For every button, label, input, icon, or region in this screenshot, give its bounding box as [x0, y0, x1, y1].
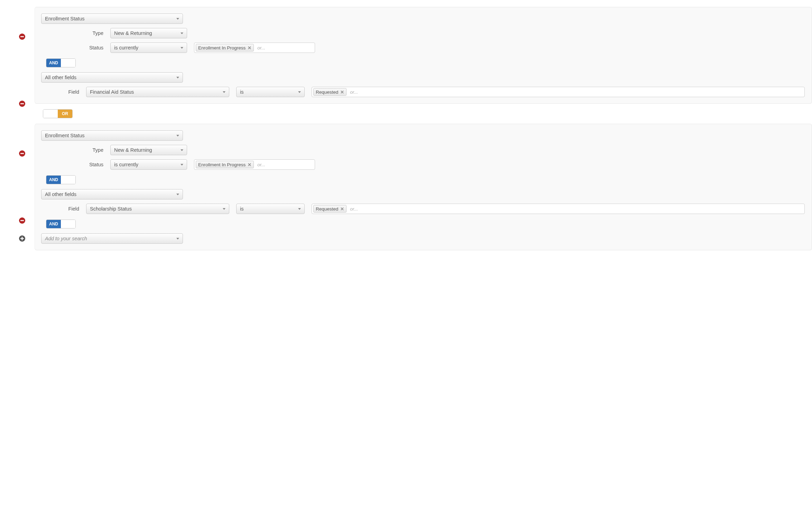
- svg-rect-11: [22, 237, 23, 240]
- tag-placeholder: or...: [256, 45, 265, 50]
- status-tag[interactable]: Enrollment In Progress ✕: [196, 161, 254, 168]
- and-or-toggle[interactable]: AND: [46, 220, 76, 228]
- field-select[interactable]: Financial Aid Status: [86, 87, 229, 97]
- value-input[interactable]: Requested ✕ or...: [312, 87, 805, 97]
- toggle-and-label: AND: [46, 220, 61, 228]
- type-label: Type: [83, 30, 103, 36]
- category-select-value: Enrollment Status: [45, 131, 84, 140]
- svg-rect-8: [20, 220, 24, 221]
- toggle-empty: [61, 176, 75, 184]
- remove-condition-icon[interactable]: [19, 101, 25, 107]
- svg-rect-1: [20, 36, 24, 37]
- type-select[interactable]: New & Returning: [110, 145, 187, 155]
- operator-select-value: is: [240, 87, 243, 97]
- close-icon[interactable]: ✕: [340, 207, 344, 211]
- add-to-search-placeholder: Add to your search: [45, 234, 87, 243]
- search-group-2: Enrollment Status Type New & Returning S…: [35, 124, 812, 250]
- type-label: Type: [83, 147, 103, 153]
- chevron-down-icon: [181, 164, 183, 166]
- category-select-value: Enrollment Status: [45, 14, 84, 24]
- add-to-search-select[interactable]: Add to your search: [41, 233, 183, 244]
- toggle-empty: [43, 110, 58, 118]
- status-value-input[interactable]: Enrollment In Progress ✕ or...: [194, 159, 315, 170]
- search-group-1: Enrollment Status Type New & Returning S…: [35, 7, 812, 104]
- field-select-value: Financial Aid Status: [90, 87, 134, 97]
- type-select[interactable]: New & Returning: [110, 28, 187, 38]
- value-tag-label: Requested: [316, 206, 338, 212]
- field-label: Field: [62, 89, 79, 95]
- operator-select[interactable]: is: [236, 204, 305, 214]
- field-label: Field: [62, 206, 79, 212]
- svg-rect-6: [20, 153, 24, 154]
- chevron-down-icon: [223, 91, 225, 93]
- tag-placeholder: or...: [349, 206, 358, 212]
- value-tag[interactable]: Requested ✕: [313, 88, 347, 96]
- remove-condition-icon[interactable]: [19, 34, 25, 40]
- field-select[interactable]: Scholarship Status: [86, 204, 229, 214]
- status-tag-label: Enrollment In Progress: [198, 162, 246, 167]
- operator-select[interactable]: is: [236, 87, 305, 97]
- chevron-down-icon: [298, 208, 301, 210]
- add-condition-icon[interactable]: [19, 235, 25, 242]
- status-operator-value: is currently: [114, 43, 138, 53]
- type-select-value: New & Returning: [114, 28, 152, 38]
- toggle-empty: [61, 59, 75, 67]
- toggle-empty: [61, 220, 75, 228]
- toggle-and-label: AND: [46, 59, 61, 67]
- category-select[interactable]: Enrollment Status: [41, 130, 183, 141]
- status-label: Status: [83, 45, 103, 50]
- field-select-value: Scholarship Status: [90, 204, 132, 214]
- value-input[interactable]: Requested ✕ or...: [312, 204, 805, 214]
- category-select[interactable]: All other fields: [41, 72, 183, 83]
- close-icon[interactable]: ✕: [248, 162, 251, 167]
- status-label: Status: [83, 162, 103, 167]
- toggle-or-label: OR: [58, 110, 72, 118]
- toggle-and-label: AND: [46, 176, 61, 184]
- remove-condition-icon[interactable]: [19, 150, 25, 157]
- chevron-down-icon: [176, 77, 179, 78]
- svg-rect-3: [20, 103, 24, 104]
- status-operator-value: is currently: [114, 160, 138, 169]
- category-select[interactable]: Enrollment Status: [41, 13, 183, 24]
- chevron-down-icon: [176, 18, 179, 20]
- chevron-down-icon: [176, 135, 179, 137]
- close-icon[interactable]: ✕: [248, 46, 251, 50]
- chevron-down-icon: [181, 47, 183, 49]
- tag-placeholder: or...: [256, 162, 265, 167]
- chevron-down-icon: [176, 238, 179, 240]
- and-or-toggle[interactable]: AND: [46, 58, 76, 67]
- value-tag[interactable]: Requested ✕: [313, 205, 347, 213]
- operator-select-value: is: [240, 204, 243, 214]
- and-or-toggle[interactable]: AND: [46, 175, 76, 184]
- close-icon[interactable]: ✕: [340, 90, 344, 94]
- status-tag[interactable]: Enrollment In Progress ✕: [196, 44, 254, 52]
- category-select-value: All other fields: [45, 189, 76, 199]
- group-and-or-toggle[interactable]: OR: [43, 109, 73, 118]
- category-select[interactable]: All other fields: [41, 189, 183, 199]
- status-value-input[interactable]: Enrollment In Progress ✕ or...: [194, 43, 315, 53]
- remove-condition-icon[interactable]: [19, 217, 25, 224]
- chevron-down-icon: [181, 149, 183, 151]
- chevron-down-icon: [181, 32, 183, 34]
- type-select-value: New & Returning: [114, 145, 152, 155]
- category-select-value: All other fields: [45, 73, 76, 82]
- value-tag-label: Requested: [316, 90, 338, 95]
- status-operator-select[interactable]: is currently: [110, 159, 187, 170]
- chevron-down-icon: [298, 91, 301, 93]
- chevron-down-icon: [176, 194, 179, 195]
- tag-placeholder: or...: [349, 90, 358, 95]
- status-tag-label: Enrollment In Progress: [198, 45, 246, 50]
- status-operator-select[interactable]: is currently: [110, 43, 187, 53]
- chevron-down-icon: [223, 208, 225, 210]
